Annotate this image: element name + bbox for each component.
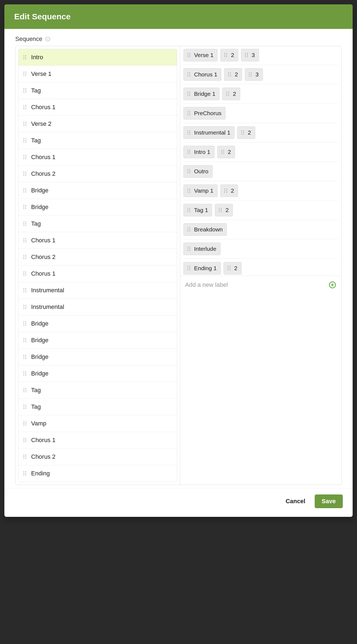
drag-handle-icon[interactable]: [23, 138, 27, 143]
drag-handle-icon[interactable]: [228, 72, 232, 77]
palette-chip[interactable]: 3: [245, 68, 263, 81]
sequence-item[interactable]: Tag: [19, 82, 177, 99]
sequence-item[interactable]: Chorus 2: [19, 249, 177, 266]
drag-handle-icon[interactable]: [23, 421, 27, 426]
drag-handle-icon[interactable]: [188, 53, 191, 57]
sequence-item[interactable]: Instrumental: [19, 282, 177, 299]
palette-chip[interactable]: PreChorus: [183, 107, 225, 120]
sequence-item[interactable]: Bridge: [19, 365, 177, 382]
sequence-item[interactable]: Chorus 1: [19, 266, 177, 282]
drag-handle-icon[interactable]: [23, 321, 27, 326]
drag-handle-icon[interactable]: [188, 150, 191, 154]
palette-chip[interactable]: Breakdown: [183, 223, 227, 236]
drag-handle-icon[interactable]: [188, 72, 191, 77]
drag-handle-icon[interactable]: [224, 189, 228, 193]
drag-handle-icon[interactable]: [23, 105, 27, 109]
palette-chip[interactable]: 2: [224, 262, 242, 275]
palette-chip[interactable]: 2: [224, 68, 242, 81]
sequence-item[interactable]: Bridge: [19, 199, 177, 216]
sequence-item[interactable]: Tag: [19, 132, 177, 149]
drag-handle-icon[interactable]: [23, 122, 27, 126]
sequence-item[interactable]: Intro: [19, 49, 177, 66]
sequence-item[interactable]: Bridge: [19, 349, 177, 365]
palette-chip[interactable]: Tag 1: [183, 204, 212, 216]
drag-handle-icon[interactable]: [241, 130, 245, 135]
drag-handle-icon[interactable]: [188, 208, 191, 212]
sequence-item[interactable]: Bridge: [19, 315, 177, 332]
palette-chip[interactable]: 2: [237, 126, 255, 139]
sequence-item[interactable]: Instrumental: [19, 299, 177, 315]
drag-handle-icon[interactable]: [23, 355, 27, 359]
drag-handle-icon[interactable]: [226, 92, 230, 96]
palette-chip[interactable]: Intro 1: [183, 146, 215, 158]
drag-handle-icon[interactable]: [23, 155, 27, 159]
drag-handle-icon[interactable]: [23, 55, 27, 59]
sequence-item[interactable]: Chorus 2: [19, 166, 177, 182]
palette-chip[interactable]: Instrumental 1: [183, 126, 234, 139]
sequence-item[interactable]: Tag: [19, 216, 177, 232]
palette-chip[interactable]: 3: [241, 49, 259, 61]
drag-handle-icon[interactable]: [23, 255, 27, 259]
drag-handle-icon[interactable]: [23, 338, 27, 342]
drag-handle-icon[interactable]: [23, 238, 27, 243]
palette-chip[interactable]: Ending 1: [183, 262, 221, 275]
sequence-item[interactable]: Tag: [19, 399, 177, 415]
drag-handle-icon[interactable]: [219, 208, 223, 212]
drag-handle-icon[interactable]: [188, 92, 191, 96]
palette-chip[interactable]: Chorus 1: [183, 68, 221, 81]
drag-handle-icon[interactable]: [23, 455, 27, 459]
drag-handle-icon[interactable]: [23, 188, 27, 193]
drag-handle-icon[interactable]: [23, 438, 27, 442]
drag-handle-icon[interactable]: [228, 266, 231, 270]
sequence-item[interactable]: Bridge: [19, 182, 177, 199]
sequence-item[interactable]: Ending: [19, 465, 177, 482]
cancel-button[interactable]: Cancel: [284, 497, 307, 505]
add-icon[interactable]: [328, 281, 337, 289]
palette-chip[interactable]: 2: [220, 49, 238, 61]
sequence-item[interactable]: Chorus 1: [19, 149, 177, 166]
sequence-item[interactable]: Chorus 2: [19, 449, 177, 465]
drag-handle-icon[interactable]: [23, 405, 27, 409]
palette-chip[interactable]: Verse 1: [183, 49, 218, 61]
palette-chip[interactable]: 2: [220, 184, 238, 197]
save-button[interactable]: Save: [315, 494, 343, 508]
drag-handle-icon[interactable]: [188, 189, 191, 193]
palette-chip[interactable]: Outro: [183, 165, 213, 178]
drag-handle-icon[interactable]: [188, 227, 191, 232]
drag-handle-icon[interactable]: [23, 288, 27, 293]
drag-handle-icon[interactable]: [23, 72, 27, 76]
sequence-item[interactable]: Vamp: [19, 415, 177, 432]
drag-handle-icon[interactable]: [245, 53, 249, 57]
sequence-item[interactable]: Chorus 1: [19, 432, 177, 449]
sequence-item[interactable]: Verse 2: [19, 116, 177, 132]
drag-handle-icon[interactable]: [188, 266, 191, 270]
drag-handle-icon[interactable]: [23, 371, 27, 376]
drag-handle-icon[interactable]: [23, 388, 27, 392]
palette-chip[interactable]: Bridge 1: [183, 88, 219, 100]
sequence-item[interactable]: Chorus 1: [19, 232, 177, 249]
drag-handle-icon[interactable]: [188, 247, 191, 251]
palette-chip[interactable]: 2: [222, 88, 240, 100]
drag-handle-icon[interactable]: [23, 205, 27, 209]
palette-chip[interactable]: Vamp 1: [183, 184, 218, 197]
sequence-item[interactable]: Tag: [19, 382, 177, 399]
info-icon[interactable]: [45, 36, 50, 42]
palette-chip[interactable]: Interlude: [183, 243, 221, 255]
drag-handle-icon[interactable]: [221, 150, 225, 154]
add-new-label-row[interactable]: Add a new label: [180, 276, 341, 294]
drag-handle-icon[interactable]: [188, 111, 191, 115]
drag-handle-icon[interactable]: [23, 305, 27, 309]
drag-handle-icon[interactable]: [23, 471, 27, 476]
sequence-item[interactable]: Bridge: [19, 332, 177, 349]
drag-handle-icon[interactable]: [188, 130, 191, 135]
drag-handle-icon[interactable]: [23, 272, 27, 276]
drag-handle-icon[interactable]: [23, 222, 27, 226]
drag-handle-icon[interactable]: [188, 169, 191, 174]
drag-handle-icon[interactable]: [23, 172, 27, 176]
palette-chip[interactable]: 2: [215, 204, 233, 216]
palette-chip[interactable]: 2: [217, 146, 235, 158]
drag-handle-icon[interactable]: [224, 53, 228, 57]
drag-handle-icon[interactable]: [23, 88, 27, 93]
sequence-item[interactable]: Chorus 1: [19, 99, 177, 116]
sequence-item[interactable]: Verse 1: [19, 66, 177, 82]
